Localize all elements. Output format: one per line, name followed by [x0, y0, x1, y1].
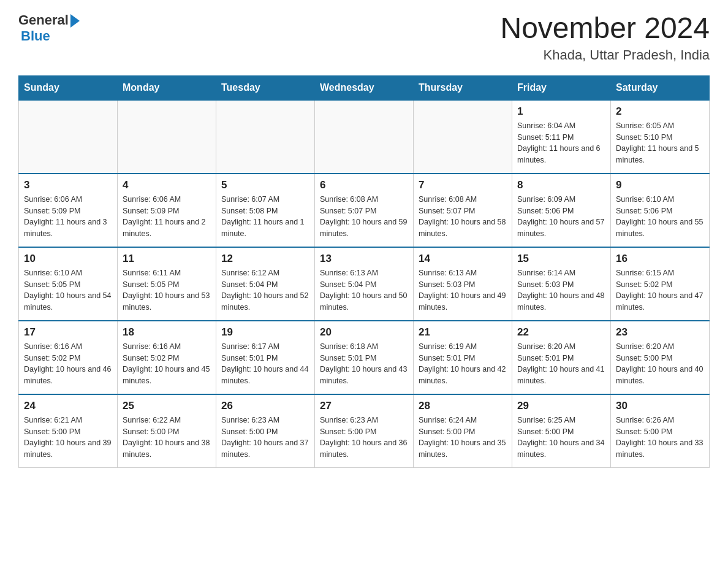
day-of-week-header: Saturday	[611, 75, 710, 100]
day-info: Sunrise: 6:21 AMSunset: 5:00 PMDaylight:…	[24, 415, 112, 461]
calendar-cell: 10Sunrise: 6:10 AMSunset: 5:05 PMDayligh…	[19, 247, 118, 321]
calendar-cell: 11Sunrise: 6:11 AMSunset: 5:05 PMDayligh…	[118, 247, 216, 321]
calendar-cell: 30Sunrise: 6:26 AMSunset: 5:00 PMDayligh…	[611, 394, 710, 468]
calendar-cell: 16Sunrise: 6:15 AMSunset: 5:02 PMDayligh…	[611, 247, 710, 321]
day-of-week-header: Monday	[118, 75, 216, 100]
calendar-week-row: 3Sunrise: 6:06 AMSunset: 5:09 PMDaylight…	[19, 174, 710, 247]
day-number: 11	[123, 253, 211, 265]
day-number: 17	[24, 326, 112, 339]
day-number: 23	[616, 326, 704, 339]
page-header: General Blue November 2024 Khada, Uttar …	[18, 12, 710, 63]
day-info: Sunrise: 6:24 AMSunset: 5:00 PMDaylight:…	[419, 415, 507, 461]
calendar-week-row: 24Sunrise: 6:21 AMSunset: 5:00 PMDayligh…	[19, 394, 710, 468]
day-number: 2	[616, 105, 704, 118]
day-info: Sunrise: 6:17 AMSunset: 5:01 PMDaylight:…	[221, 341, 309, 387]
calendar-cell: 27Sunrise: 6:23 AMSunset: 5:00 PMDayligh…	[315, 394, 414, 468]
day-number: 6	[320, 179, 408, 191]
day-info: Sunrise: 6:26 AMSunset: 5:00 PMDaylight:…	[616, 415, 704, 461]
day-number: 5	[221, 179, 309, 191]
day-info: Sunrise: 6:16 AMSunset: 5:02 PMDaylight:…	[24, 341, 112, 387]
day-number: 7	[419, 179, 507, 191]
calendar-cell: 26Sunrise: 6:23 AMSunset: 5:00 PMDayligh…	[216, 394, 315, 468]
calendar-cell	[315, 100, 414, 174]
day-number: 15	[517, 253, 605, 265]
calendar-header-row: SundayMondayTuesdayWednesdayThursdayFrid…	[19, 75, 710, 100]
day-number: 28	[419, 400, 507, 412]
day-of-week-header: Friday	[512, 75, 611, 100]
calendar-cell: 17Sunrise: 6:16 AMSunset: 5:02 PMDayligh…	[19, 321, 118, 394]
day-number: 21	[419, 326, 507, 339]
day-number: 8	[517, 179, 605, 191]
day-info: Sunrise: 6:18 AMSunset: 5:01 PMDaylight:…	[320, 341, 408, 387]
day-info: Sunrise: 6:09 AMSunset: 5:06 PMDaylight:…	[517, 194, 605, 240]
day-number: 20	[320, 326, 408, 339]
calendar-cell: 20Sunrise: 6:18 AMSunset: 5:01 PMDayligh…	[315, 321, 414, 394]
day-info: Sunrise: 6:10 AMSunset: 5:05 PMDaylight:…	[24, 267, 112, 313]
calendar-cell: 21Sunrise: 6:19 AMSunset: 5:01 PMDayligh…	[414, 321, 512, 394]
day-info: Sunrise: 6:19 AMSunset: 5:01 PMDaylight:…	[419, 341, 507, 387]
calendar-week-row: 10Sunrise: 6:10 AMSunset: 5:05 PMDayligh…	[19, 247, 710, 321]
day-info: Sunrise: 6:08 AMSunset: 5:07 PMDaylight:…	[419, 194, 507, 240]
day-number: 9	[616, 179, 704, 191]
calendar-cell: 22Sunrise: 6:20 AMSunset: 5:01 PMDayligh…	[512, 321, 611, 394]
day-info: Sunrise: 6:16 AMSunset: 5:02 PMDaylight:…	[123, 341, 211, 387]
day-info: Sunrise: 6:10 AMSunset: 5:06 PMDaylight:…	[616, 194, 704, 240]
calendar-cell: 1Sunrise: 6:04 AMSunset: 5:11 PMDaylight…	[512, 100, 611, 174]
day-info: Sunrise: 6:20 AMSunset: 5:01 PMDaylight:…	[517, 341, 605, 387]
calendar-cell: 12Sunrise: 6:12 AMSunset: 5:04 PMDayligh…	[216, 247, 315, 321]
logo: General Blue	[18, 12, 80, 44]
day-info: Sunrise: 6:08 AMSunset: 5:07 PMDaylight:…	[320, 194, 408, 240]
day-info: Sunrise: 6:25 AMSunset: 5:00 PMDaylight:…	[517, 415, 605, 461]
calendar-subtitle: Khada, Uttar Pradesh, India	[500, 47, 710, 63]
day-number: 13	[320, 253, 408, 265]
day-number: 26	[221, 400, 309, 412]
calendar-cell: 8Sunrise: 6:09 AMSunset: 5:06 PMDaylight…	[512, 174, 611, 247]
calendar-cell	[414, 100, 512, 174]
day-number: 14	[419, 253, 507, 265]
calendar-cell: 14Sunrise: 6:13 AMSunset: 5:03 PMDayligh…	[414, 247, 512, 321]
calendar-week-row: 17Sunrise: 6:16 AMSunset: 5:02 PMDayligh…	[19, 321, 710, 394]
day-of-week-header: Wednesday	[315, 75, 414, 100]
day-number: 19	[221, 326, 309, 339]
day-info: Sunrise: 6:23 AMSunset: 5:00 PMDaylight:…	[320, 415, 408, 461]
day-number: 24	[24, 400, 112, 412]
day-info: Sunrise: 6:06 AMSunset: 5:09 PMDaylight:…	[123, 194, 211, 240]
day-number: 3	[24, 179, 112, 191]
calendar-cell: 5Sunrise: 6:07 AMSunset: 5:08 PMDaylight…	[216, 174, 315, 247]
calendar-cell: 29Sunrise: 6:25 AMSunset: 5:00 PMDayligh…	[512, 394, 611, 468]
calendar-cell: 4Sunrise: 6:06 AMSunset: 5:09 PMDaylight…	[118, 174, 216, 247]
calendar-cell: 19Sunrise: 6:17 AMSunset: 5:01 PMDayligh…	[216, 321, 315, 394]
day-number: 18	[123, 326, 211, 339]
calendar-cell: 2Sunrise: 6:05 AMSunset: 5:10 PMDaylight…	[611, 100, 710, 174]
day-info: Sunrise: 6:14 AMSunset: 5:03 PMDaylight:…	[517, 267, 605, 313]
day-info: Sunrise: 6:15 AMSunset: 5:02 PMDaylight:…	[616, 267, 704, 313]
day-info: Sunrise: 6:13 AMSunset: 5:04 PMDaylight:…	[320, 267, 408, 313]
day-info: Sunrise: 6:13 AMSunset: 5:03 PMDaylight:…	[419, 267, 507, 313]
day-number: 29	[517, 400, 605, 412]
day-number: 30	[616, 400, 704, 412]
day-number: 16	[616, 253, 704, 265]
day-number: 10	[24, 253, 112, 265]
calendar-cell: 18Sunrise: 6:16 AMSunset: 5:02 PMDayligh…	[118, 321, 216, 394]
calendar-cell: 9Sunrise: 6:10 AMSunset: 5:06 PMDaylight…	[611, 174, 710, 247]
calendar-week-row: 1Sunrise: 6:04 AMSunset: 5:11 PMDaylight…	[19, 100, 710, 174]
day-number: 12	[221, 253, 309, 265]
calendar-cell	[19, 100, 118, 174]
calendar-cell: 28Sunrise: 6:24 AMSunset: 5:00 PMDayligh…	[414, 394, 512, 468]
day-info: Sunrise: 6:23 AMSunset: 5:00 PMDaylight:…	[221, 415, 309, 461]
title-block: November 2024 Khada, Uttar Pradesh, Indi…	[500, 12, 710, 63]
calendar-table: SundayMondayTuesdayWednesdayThursdayFrid…	[18, 75, 710, 469]
calendar-cell	[118, 100, 216, 174]
day-info: Sunrise: 6:22 AMSunset: 5:00 PMDaylight:…	[123, 415, 211, 461]
calendar-cell: 23Sunrise: 6:20 AMSunset: 5:00 PMDayligh…	[611, 321, 710, 394]
day-of-week-header: Sunday	[19, 75, 118, 100]
day-number: 1	[517, 105, 605, 118]
day-info: Sunrise: 6:05 AMSunset: 5:10 PMDaylight:…	[616, 120, 704, 166]
logo-general-text: General	[18, 12, 69, 28]
day-info: Sunrise: 6:04 AMSunset: 5:11 PMDaylight:…	[517, 120, 605, 166]
calendar-cell: 24Sunrise: 6:21 AMSunset: 5:00 PMDayligh…	[19, 394, 118, 468]
calendar-cell	[216, 100, 315, 174]
day-number: 22	[517, 326, 605, 339]
day-number: 27	[320, 400, 408, 412]
day-of-week-header: Tuesday	[216, 75, 315, 100]
